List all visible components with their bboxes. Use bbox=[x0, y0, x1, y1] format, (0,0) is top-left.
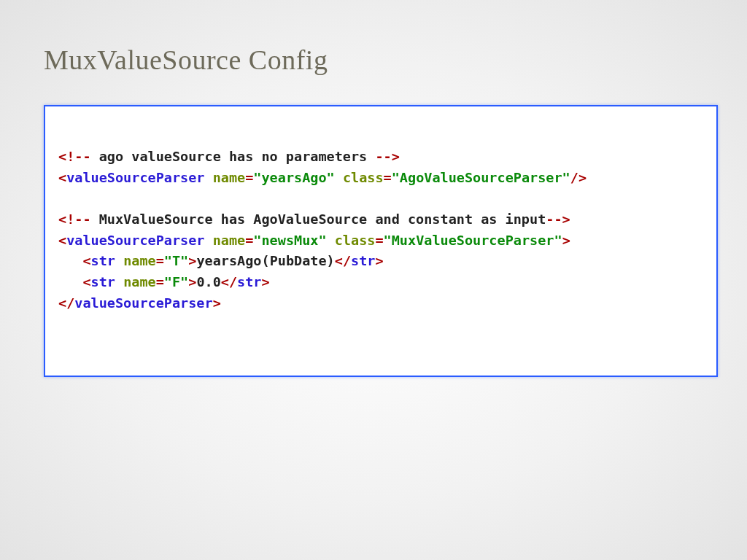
slide-title: MuxValueSource Config bbox=[44, 44, 718, 76]
slide: MuxValueSource Config <!-- ago valueSour… bbox=[0, 0, 747, 560]
tag-vsp2-open: valueSourceParser bbox=[66, 233, 204, 248]
xml-code-block: <!-- ago valueSource has no parameters -… bbox=[44, 105, 718, 377]
xml-comment-1: ago valueSource has no parameters bbox=[91, 149, 376, 164]
tag-vsp2-close: valueSourceParser bbox=[74, 295, 212, 311]
tag-vsp1: valueSourceParser bbox=[66, 170, 204, 185]
str2-text: 0.0 bbox=[196, 274, 220, 289]
str1-text: yearsAgo(PubDate) bbox=[196, 253, 334, 268]
xml-comment-2: MuxValueSource has AgoValueSource and co… bbox=[91, 211, 546, 227]
